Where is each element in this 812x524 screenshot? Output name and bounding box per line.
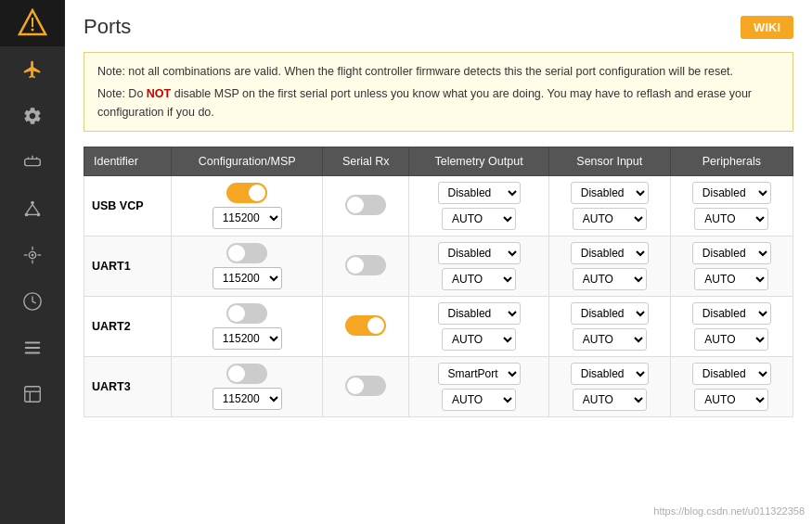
peripheral-select[interactable]: DisabledVTXRX_SPIBlackBox [692,242,771,264]
sensor-select[interactable]: DisabledSONARFlowGPSGPSNAV [571,363,649,385]
sidebar [0,0,65,524]
col-identifier: Identifier [84,147,172,176]
msp-cell[interactable]: 1152001200240048009600192003840057600115… [172,236,323,297]
sidebar-item-network[interactable] [0,185,65,232]
telemetry-select[interactable]: DisabledFrSkyHoTTMAVLinkSmartPortLTM [438,182,521,204]
msp-cell[interactable]: 1152001200240048009600192003840057600115… [172,297,323,357]
telemetry-cell[interactable]: DisabledFrSkyHoTTMAVLinkSmartPortLTMAUTO… [409,236,549,297]
sensor-cell[interactable]: DisabledSONARFlowGPSGPSNAVAUTO9600192003… [548,176,670,236]
sensor-speed-select[interactable]: AUTO9600192003840057600115200 [573,268,647,290]
sidebar-item-motors[interactable] [0,232,65,278]
svg-point-2 [32,29,34,32]
msp-cell[interactable]: 1152001200240048009600192003840057600115… [172,176,323,236]
port-id: UART3 [84,357,172,417]
sensor-cell[interactable]: DisabledSONARFlowGPSGPSNAVAUTO9600192003… [548,236,670,297]
sidebar-item-flight[interactable] [0,46,65,93]
msp-speed-select[interactable]: 1152001200240048009600192003840057600115… [213,388,282,410]
svg-point-14 [32,254,34,257]
telemetry-cell[interactable]: DisabledFrSkyHoTTMAVLinkSmartPortLTMAUTO… [409,176,549,236]
main-content: Ports WIKI Note: not all combinations ar… [65,0,812,524]
serial-rx-cell[interactable] [323,297,409,357]
sensor-select[interactable]: DisabledSONARFlowGPSGPSNAV [571,242,649,264]
serial-rx-toggle[interactable] [345,376,386,396]
telemetry-speed-select[interactable]: AUTO9600192003840057600115200 [442,389,516,411]
msp-toggle[interactable] [226,364,267,384]
svg-rect-21 [25,352,41,354]
note2-suffix: disable MSP on the first serial port unl… [97,87,752,119]
note1-text: Note: not all combinations are valid. Wh… [97,62,780,81]
telemetry-speed-select[interactable]: AUTO9600192003840057600115200 [442,208,516,230]
serial-rx-toggle[interactable] [345,195,386,215]
msp-toggle[interactable] [226,303,267,324]
ports-table: Identifier Configuration/MSP Serial Rx T… [84,147,793,417]
svg-point-7 [31,201,34,205]
table-row: UART111520012002400480096001920038400576… [84,236,793,297]
svg-rect-22 [25,387,41,403]
port-id: UART2 [84,297,172,357]
peripheral-cell[interactable]: DisabledVTXRX_SPIBlackBoxAUTO96001920038… [670,236,793,297]
msp-speed-select[interactable]: 1152001200240048009600192003840057600115… [213,267,282,289]
note2-prefix: Note: Do [97,87,147,100]
port-id: UART1 [84,236,172,297]
telemetry-cell[interactable]: DisabledFrSkyHoTTMAVLinkSmartPortLTMAUTO… [409,357,549,417]
port-id: USB VCP [84,176,172,236]
serial-rx-cell[interactable] [323,357,409,417]
table-row: UART311520012002400480096001920038400576… [84,357,793,417]
peripheral-cell[interactable]: DisabledVTXRX_SPIBlackBoxAUTO96001920038… [670,176,793,236]
peripheral-cell[interactable]: DisabledVTXRX_SPIBlackBoxAUTO96001920038… [670,357,793,417]
peripheral-speed-select[interactable]: AUTO9600192003840057600115200 [694,268,768,290]
col-msp: Configuration/MSP [172,147,323,176]
serial-rx-toggle[interactable] [345,315,386,336]
peripheral-select[interactable]: DisabledVTXRX_SPIBlackBox [692,302,771,325]
telemetry-cell[interactable]: DisabledFrSkyHoTTMAVLinkSmartPortLTMAUTO… [409,297,549,357]
serial-rx-toggle[interactable] [345,255,386,275]
note2-red: NOT [147,87,171,100]
watermark: https://blog.csdn.net/u011322358 [653,505,805,517]
sensor-speed-select[interactable]: AUTO9600192003840057600115200 [573,389,647,411]
note2-container: Note: Do NOT disable MSP on the first se… [97,84,780,121]
sensor-speed-select[interactable]: AUTO9600192003840057600115200 [573,328,647,351]
telemetry-speed-select[interactable]: AUTO9600192003840057600115200 [442,268,516,290]
sensor-select[interactable]: DisabledSONARFlowGPSGPSNAV [571,182,649,204]
msp-speed-select[interactable]: 1152001200240048009600192003840057600115… [213,327,282,350]
peripheral-select[interactable]: DisabledVTXRX_SPIBlackBox [692,182,771,204]
note-box: Note: not all combinations are valid. Wh… [84,52,793,132]
sensor-cell[interactable]: DisabledSONARFlowGPSGPSNAVAUTO9600192003… [548,357,670,417]
wiki-button[interactable]: WIKI [741,16,793,39]
peripheral-select[interactable]: DisabledVTXRX_SPIBlackBox [692,363,771,385]
col-serial-rx: Serial Rx [323,147,409,176]
peripheral-speed-select[interactable]: AUTO9600192003840057600115200 [694,389,768,411]
sensor-select[interactable]: DisabledSONARFlowGPSGPSNAV [571,302,649,325]
page-title: Ports [84,15,131,39]
telemetry-select[interactable]: DisabledFrSkyHoTTMAVLinkSmartPortLTM [438,242,521,264]
svg-rect-3 [25,159,41,165]
sensor-speed-select[interactable]: AUTO9600192003840057600115200 [573,208,647,230]
svg-rect-19 [25,342,41,344]
peripheral-speed-select[interactable]: AUTO9600192003840057600115200 [694,328,768,351]
sidebar-item-blackbox[interactable] [0,371,65,417]
sidebar-logo [0,0,65,46]
col-telemetry: Telemetry Output [409,147,549,176]
svg-rect-20 [25,347,41,349]
sidebar-item-modes[interactable] [0,325,65,371]
col-peripherals: Peripherals [670,147,793,176]
msp-cell[interactable]: 1152001200240048009600192003840057600115… [172,357,323,417]
msp-speed-select[interactable]: 1152001200240048009600192003840057600115… [213,207,282,229]
telemetry-speed-select[interactable]: AUTO9600192003840057600115200 [442,328,516,351]
peripheral-speed-select[interactable]: AUTO9600192003840057600115200 [694,208,768,230]
serial-rx-cell[interactable] [323,176,409,236]
msp-toggle[interactable] [226,243,267,263]
svg-line-11 [32,204,38,212]
col-sensor: Sensor Input [548,147,670,176]
msp-toggle[interactable] [226,183,267,203]
sidebar-item-receiver[interactable] [0,139,65,185]
sidebar-item-sensors[interactable] [0,278,65,325]
telemetry-select[interactable]: DisabledFrSkyHoTTMAVLinkSmartPortLTM [438,363,521,385]
svg-line-10 [27,204,32,212]
sensor-cell[interactable]: DisabledSONARFlowGPSGPSNAVAUTO9600192003… [548,297,670,357]
peripheral-cell[interactable]: DisabledVTXRX_SPIBlackBoxAUTO96001920038… [670,297,793,357]
page-header: Ports WIKI [84,15,793,39]
serial-rx-cell[interactable] [323,236,409,297]
telemetry-select[interactable]: DisabledFrSkyHoTTMAVLinkSmartPortLTM [438,302,521,325]
sidebar-item-settings[interactable] [0,93,65,139]
